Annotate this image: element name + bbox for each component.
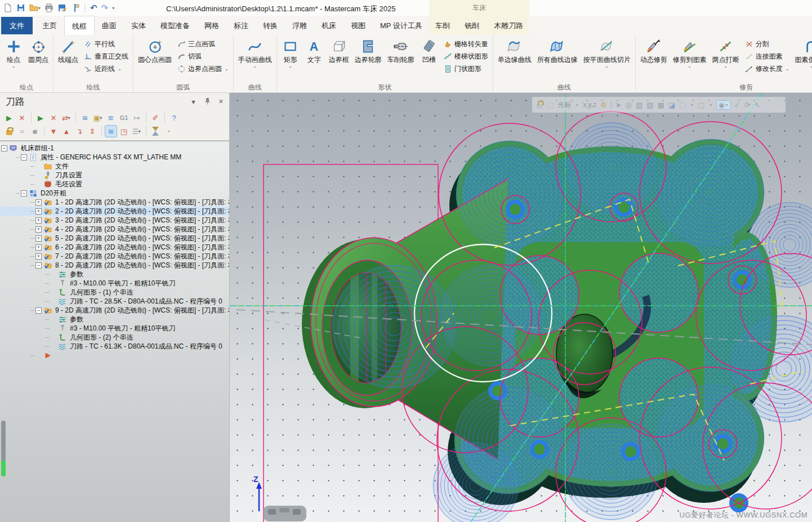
tab-contextual-2[interactable]: 铣削: [457, 16, 487, 35]
tab-file[interactable]: 文件: [1, 17, 33, 34]
ribbon-button-arc-3pt[interactable]: 三点画弧: [175, 38, 231, 50]
post-selected-icon[interactable]: ↦: [131, 112, 142, 123]
tree-row[interactable]: −9 - 2D 高速刀路 (2D 动态铣削) - [WCS: 俯视图] - [刀…: [0, 306, 229, 315]
tree-row[interactable]: +6 - 2D 高速刀路 (2D 动态铣削) - [WCS: 俯视图] - [刀…: [0, 243, 229, 252]
ribbon-button-letter-a[interactable]: A文字⌄: [302, 35, 326, 69]
g1-post-icon[interactable]: G1: [118, 112, 130, 123]
cube-blue-icon[interactable]: ◪: [668, 101, 675, 109]
tree-insert-marker[interactable]: [0, 351, 229, 360]
tree-row[interactable]: −机床群组-1: [0, 144, 229, 153]
tree-row[interactable]: 几何图形 - (2) 个串连: [0, 333, 229, 342]
panel-edge-slider[interactable]: [1, 421, 6, 476]
tab-contextual-1[interactable]: 车削: [428, 16, 457, 35]
scroll-insert-icon[interactable]: ⇕: [87, 126, 98, 137]
tree-toggle[interactable]: +: [35, 199, 42, 206]
tree-toggle[interactable]: +: [35, 253, 42, 260]
ribbon-button-join-entities[interactable]: 连接图素: [742, 50, 792, 63]
tree-row[interactable]: +3 - 2D 高速刀路 (2D 动态铣削) - [WCS: 俯视图] - [刀…: [0, 216, 229, 225]
window-select-icon[interactable]: ▢: [698, 101, 704, 109]
tree-row[interactable]: +1 - 2D 高速刀路 (2D 动态铣削) - [WCS: 俯视图] - [刀…: [0, 198, 229, 207]
ribbon-button-edge-curve-all[interactable]: 所有曲线边缘⌄: [534, 35, 581, 69]
tree-row[interactable]: +2 - 2D 高速刀路 (2D 动态铣削) - [WCS: 俯视图] - [刀…: [0, 207, 229, 216]
ribbon-button-relief-groove[interactable]: 凹槽⌄: [417, 35, 441, 69]
ribbon-button-curve-slice[interactable]: 按平面曲线切片⌄: [581, 35, 633, 69]
ghost-toolpath-icon[interactable]: ☻: [29, 126, 41, 137]
tree-row[interactable]: 刀具设置: [0, 171, 229, 180]
ribbon-button-rectangle[interactable]: 矩形⌄: [279, 35, 302, 69]
tree-toggle[interactable]: +: [35, 217, 42, 224]
help-icon[interactable]: ?: [168, 112, 180, 123]
ribbon-button-silhouette[interactable]: 边界轮廓⌄: [352, 35, 385, 69]
redo-icon[interactable]: ↷: [101, 3, 109, 13]
ribbon-button-edge-curve-one[interactable]: 单边缘曲线⌄: [495, 35, 534, 69]
select-valid-icon[interactable]: ▶: [35, 112, 46, 123]
time-estimate-icon[interactable]: ◔: [163, 126, 174, 137]
tree-toggle[interactable]: +: [35, 235, 42, 242]
ribbon-button-line-endpoints[interactable]: 线端点⌄: [55, 35, 81, 69]
tree-row[interactable]: 刀路 - TC - 28.5K - D80A-001成品.NC - 程序编号 0: [0, 297, 229, 306]
gear-icon[interactable]: ⚙: [600, 101, 607, 109]
tree-row[interactable]: 参数: [0, 270, 229, 279]
autocursor-icon[interactable]: ⬚: [547, 101, 554, 109]
tree-toggle[interactable]: −: [1, 145, 7, 151]
tab-5[interactable]: 模型准备: [153, 16, 197, 35]
panel-close-icon[interactable]: ✕: [218, 98, 224, 105]
lock-icon[interactable]: [537, 101, 543, 109]
ribbon-button-bounding-box[interactable]: 边界框⌄: [326, 35, 352, 69]
ribbon-button-divide[interactable]: 分割: [742, 38, 792, 50]
undo-icon[interactable]: ↶: [90, 3, 97, 13]
ribbon-button-closest-line[interactable]: 近距线⌄: [81, 63, 131, 75]
tab-contextual-3[interactable]: 木雕刀路: [487, 16, 530, 35]
tab-12[interactable]: MP 设计工具: [373, 16, 430, 35]
backplot-icon[interactable]: ≋: [105, 126, 117, 137]
select-box-dropdown-icon[interactable]: ▼: [690, 103, 694, 107]
tree-row[interactable]: +5 - 2D 高速刀路 (2D 动态铣削) - [WCS: 俯视图] - [刀…: [0, 234, 229, 243]
tree-row[interactable]: 参数: [0, 315, 229, 324]
tree-toggle[interactable]: −: [21, 154, 27, 160]
ribbon-button-circle-edge[interactable]: 边界点画圆⌄: [175, 63, 231, 75]
tab-8[interactable]: 转换: [256, 16, 285, 35]
display-options-icon[interactable]: ☰▼: [131, 126, 142, 137]
tree-row[interactable]: −8 - 2D 高速刀路 (2D 动态铣削) - [WCS: 俯视图] - [刀…: [0, 261, 229, 270]
tree-toggle[interactable]: +: [35, 208, 42, 215]
open-file-icon[interactable]: ▾: [29, 2, 41, 14]
ribbon-button-circle-points[interactable]: 圆周点⌄: [25, 35, 51, 69]
tab-10[interactable]: 机床: [314, 16, 343, 35]
tab-6[interactable]: 网格: [197, 16, 226, 35]
xyz-entry[interactable]: x,y,z: [583, 101, 596, 109]
tree-row[interactable]: #3 - M10.00 平铣刀 - 粗精10平铣刀: [0, 324, 229, 333]
unselect-all-operations-icon[interactable]: ✕: [16, 112, 28, 123]
move-down-icon[interactable]: ▼: [48, 126, 59, 137]
ribbon-button-spline[interactable]: 手动画曲线⌄: [235, 35, 275, 69]
ribbon-button-arc-tangent[interactable]: 切弧: [175, 50, 231, 63]
select-invalid-icon[interactable]: ✕: [48, 112, 59, 123]
tree-row[interactable]: 毛坯设置: [0, 180, 229, 189]
tree-toggle[interactable]: −: [35, 262, 42, 269]
ribbon-button-trim-to-entity[interactable]: 修剪到图素⌄: [670, 35, 710, 69]
save-some-icon[interactable]: [57, 2, 66, 14]
tree-toggle[interactable]: +: [35, 226, 42, 233]
ribbon-button-modify-length[interactable]: 修改长度⌄: [742, 63, 792, 75]
toggle-select-icon[interactable]: ⇄▼: [61, 112, 72, 123]
report-flag-icon[interactable]: [70, 2, 79, 14]
ribbon-button-parallel-lines[interactable]: 平行线: [81, 38, 131, 50]
rotate-view-icon[interactable]: ⟳: [744, 101, 751, 109]
ribbon-button-point-plus[interactable]: 绘点⌄: [2, 35, 25, 69]
select-all-operations-icon[interactable]: ▶: [3, 112, 15, 123]
tab-11[interactable]: 视图: [343, 16, 373, 35]
qat-customize-icon[interactable]: ▾: [112, 6, 114, 11]
tab-1[interactable]: 主页: [35, 16, 64, 35]
edit-common-params-icon[interactable]: ✐: [150, 112, 161, 123]
ribbon-button-turn-profile[interactable]: 车削轮廓⌄: [385, 35, 417, 69]
select-box-icon[interactable]: ⬚: [679, 101, 686, 109]
tree-row[interactable]: −D20开粗: [0, 189, 229, 198]
cube-body-icon[interactable]: ▩: [658, 101, 664, 109]
regenerate-selected-icon[interactable]: ≋: [79, 112, 91, 123]
ribbon-button-dynamic-trim[interactable]: 动态修剪⌄: [637, 35, 670, 69]
tree-row[interactable]: −属性 - GENERIC HAAS ST 4X MT_LATHE MM: [0, 153, 229, 162]
tab-4[interactable]: 实体: [124, 16, 153, 35]
move-insert-icon[interactable]: ↴: [74, 126, 85, 137]
ribbon-button-stair-shape[interactable]: 楼梯状图形: [441, 50, 491, 63]
tree-toggle[interactable]: +: [35, 244, 42, 251]
tree-row[interactable]: +4 - 2D 高速刀路 (2D 动态铣削) - [WCS: 俯视图] - [刀…: [0, 225, 229, 234]
